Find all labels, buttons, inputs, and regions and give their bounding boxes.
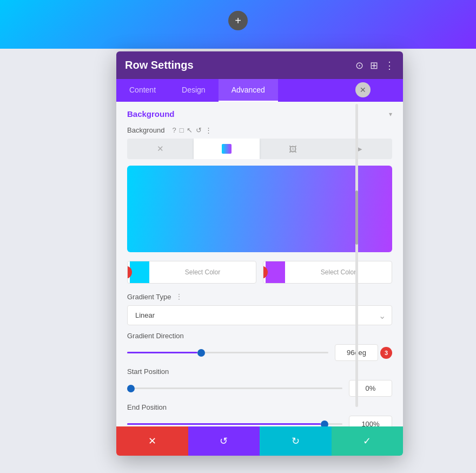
focus-icon[interactable]: ⊙ bbox=[355, 60, 363, 71]
add-button[interactable]: + bbox=[228, 11, 248, 30]
slider-track-start bbox=[127, 387, 342, 389]
bg-type-image[interactable]: 🖼 bbox=[260, 139, 326, 159]
background-label-row: Background ? □ ↖ ↺ ⋮ bbox=[116, 124, 403, 139]
image-icon: 🖼 bbox=[289, 144, 297, 154]
inner-scrollbar[interactable] bbox=[355, 104, 358, 407]
gradient-icon bbox=[222, 144, 232, 154]
gradient-direction-label-row: Gradient Direction bbox=[127, 332, 392, 340]
gradient-direction-slider[interactable] bbox=[127, 347, 328, 358]
color-picker-2[interactable]: 2 Select Color bbox=[263, 261, 392, 284]
section-collapse-icon[interactable]: ▾ bbox=[389, 110, 392, 118]
save-button[interactable]: ✓ bbox=[332, 426, 404, 456]
start-position-section: Start Position bbox=[116, 367, 403, 403]
gradient-type-select-wrap: Linear Radial ⌄ bbox=[127, 305, 392, 325]
tab-design[interactable]: Design bbox=[169, 79, 219, 102]
slider-thumb-start[interactable] bbox=[127, 385, 135, 392]
gradient-preview bbox=[127, 166, 392, 252]
layout-icon[interactable]: ⊞ bbox=[370, 60, 378, 71]
reset-icon[interactable]: ↺ bbox=[196, 126, 202, 134]
slider-thumb-end[interactable] bbox=[321, 421, 328, 427]
direction-badge: 3 bbox=[380, 347, 392, 359]
redo-button[interactable]: ↻ bbox=[260, 426, 332, 456]
end-position-slider[interactable] bbox=[127, 419, 342, 427]
end-position-label: End Position bbox=[127, 403, 167, 411]
slider-fill-direction bbox=[127, 352, 197, 353]
modal-close-button[interactable]: ✕ bbox=[355, 82, 371, 97]
cancel-button[interactable]: ✕ bbox=[116, 426, 188, 456]
color-swatch-1 bbox=[130, 261, 149, 283]
reset-icon: ↺ bbox=[220, 435, 228, 447]
plus-icon: + bbox=[235, 15, 241, 27]
slider-fill-end bbox=[127, 423, 321, 425]
modal-header: Row Settings ⊙ ⊞ ⋮ bbox=[116, 51, 403, 79]
modal-footer: ✕ ↺ ↻ ✓ bbox=[116, 426, 403, 456]
end-position-label-row: End Position bbox=[127, 403, 392, 411]
bg-type-none[interactable]: ✕ bbox=[127, 139, 194, 159]
close-icon: ✕ bbox=[360, 86, 366, 94]
start-position-label: Start Position bbox=[127, 367, 169, 376]
gradient-direction-label: Gradient Direction bbox=[127, 332, 184, 340]
more-icon[interactable]: ⋮ bbox=[385, 60, 394, 71]
reset-button[interactable]: ↺ bbox=[188, 426, 260, 456]
color-label-2: Select Color bbox=[285, 268, 392, 276]
tab-content[interactable]: Content bbox=[116, 79, 169, 102]
cursor-icon[interactable]: ↖ bbox=[187, 126, 193, 134]
modal-header-icons: ⊙ ⊞ ⋮ bbox=[355, 60, 394, 71]
gradient-direction-slider-row: 3 bbox=[127, 344, 392, 361]
direction-value-wrap: 3 bbox=[335, 344, 392, 361]
gradient-type-label-row: Gradient Type ⋮ bbox=[127, 292, 392, 301]
cancel-icon: ✕ bbox=[148, 435, 156, 447]
help-icon[interactable]: ? bbox=[172, 126, 176, 134]
modal-body: Background ▾ Background ? □ ↖ ↺ ⋮ ✕ bbox=[116, 102, 403, 426]
inner-scrollbar-thumb[interactable] bbox=[355, 190, 358, 245]
row-settings-modal: Row Settings ⊙ ⊞ ⋮ Content Design Advanc… bbox=[116, 51, 403, 456]
gradient-type-select[interactable]: Linear Radial bbox=[127, 305, 392, 325]
slider-track-end bbox=[127, 423, 342, 425]
bg-type-gradient[interactable] bbox=[194, 139, 260, 159]
save-icon: ✓ bbox=[363, 435, 371, 447]
gradient-direction-section: Gradient Direction 3 bbox=[116, 332, 403, 367]
color-swatch-2 bbox=[266, 261, 285, 283]
modal-title: Row Settings bbox=[125, 59, 194, 71]
color-label-1: Select Color bbox=[149, 268, 256, 276]
section-title: Background bbox=[127, 109, 175, 119]
start-position-slider-row bbox=[127, 380, 392, 397]
more-options-icon[interactable]: ⋮ bbox=[205, 126, 212, 134]
background-label: Background bbox=[127, 126, 164, 134]
tab-advanced[interactable]: Advanced bbox=[219, 79, 278, 102]
section-header: Background ▾ bbox=[116, 102, 403, 124]
background-icons: ? □ ↖ ↺ ⋮ bbox=[172, 126, 212, 134]
responsive-icon[interactable]: □ bbox=[180, 126, 184, 134]
no-bg-icon: ✕ bbox=[157, 144, 164, 154]
bg-type-video[interactable]: ▶ bbox=[326, 139, 393, 159]
end-position-section: End Position bbox=[116, 403, 403, 426]
start-position-slider[interactable] bbox=[127, 383, 342, 394]
end-position-input[interactable] bbox=[349, 416, 392, 426]
start-position-label-row: Start Position bbox=[127, 367, 392, 376]
slider-track-direction bbox=[127, 352, 328, 353]
color-pickers-row: 1 Select Color 2 Select Color bbox=[127, 261, 392, 284]
background-type-buttons: ✕ 🖼 ▶ bbox=[127, 139, 392, 159]
redo-icon: ↻ bbox=[292, 435, 300, 447]
color-picker-1[interactable]: 1 Select Color bbox=[127, 261, 256, 284]
end-position-slider-row bbox=[127, 416, 392, 426]
gradient-type-more-icon[interactable]: ⋮ bbox=[175, 292, 183, 301]
slider-thumb-direction[interactable] bbox=[197, 349, 205, 357]
svg-rect-0 bbox=[222, 144, 232, 154]
gradient-type-section: Gradient Type ⋮ Linear Radial ⌄ bbox=[116, 292, 403, 332]
gradient-type-label: Gradient Type bbox=[127, 293, 171, 301]
